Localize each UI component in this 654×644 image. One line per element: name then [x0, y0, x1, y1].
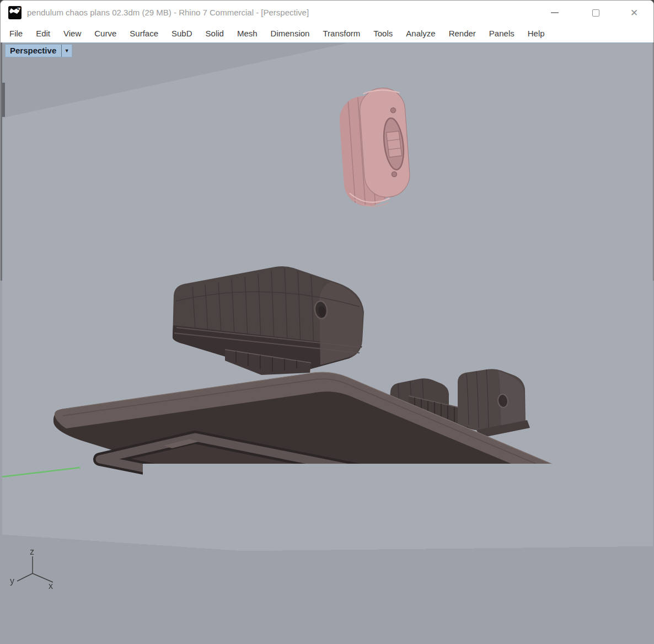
minimize-icon — [551, 12, 559, 13]
toggle-osnap[interactable]: Osnap — [451, 630, 481, 643]
app-icon-digit: 7 — [17, 7, 20, 13]
pivot-hole-top — [391, 108, 396, 113]
toggle-filter[interactable]: Filter — [609, 630, 634, 643]
coord-z-readout: z 0.000 — [143, 630, 195, 643]
cplane-button[interactable]: World — [1, 630, 37, 643]
menu-help[interactable]: Help — [521, 25, 551, 42]
layer-name: - ref — [263, 632, 278, 641]
menu-file[interactable]: File — [3, 25, 29, 42]
menu-transform[interactable]: Transform — [316, 25, 367, 42]
coord-y-readout: y -9.469 — [90, 630, 143, 643]
viewport-frame: z y x Perspective ▼ — [1, 42, 653, 613]
menu-edit[interactable]: Edit — [29, 25, 57, 42]
toggle-ortho[interactable]: Ortho — [394, 630, 422, 643]
menu-subd[interactable]: SubD — [165, 25, 199, 42]
toggle-record-history[interactable]: Record History — [560, 630, 609, 643]
title-bar: 7 pendulum chaos plans 02.3dm (29 MB) - … — [1, 1, 653, 25]
base-plate[interactable] — [53, 372, 616, 543]
minimize-button[interactable] — [545, 5, 564, 20]
gizmo-z-label: z — [30, 547, 34, 556]
pivot-recess-boss — [386, 131, 401, 157]
axis-gizmo — [17, 556, 53, 582]
units-readout[interactable]: 0.125 in — [195, 630, 246, 643]
perspective-viewport[interactable]: z y x Perspective ▼ — [2, 42, 653, 613]
status-bar-filler — [634, 630, 653, 643]
viewport-label-text: Perspective — [6, 45, 61, 57]
arch-block[interactable] — [173, 266, 364, 375]
toggle-planar[interactable]: Planar — [422, 630, 451, 643]
menu-analyze[interactable]: Analyze — [399, 25, 442, 42]
menu-solid[interactable]: Solid — [199, 25, 230, 42]
menu-tools[interactable]: Tools — [367, 25, 399, 42]
rhino-window: 7 pendulum chaos plans 02.3dm (29 MB) - … — [0, 0, 654, 644]
menu-dimension[interactable]: Dimension — [264, 25, 317, 42]
chevron-down-icon: ▼ — [65, 48, 69, 53]
pivot-hole-bottom — [392, 172, 397, 177]
layer-pane[interactable]: - ref — [246, 630, 352, 643]
window-title: pendulum chaos plans 02.3dm (29 MB) - Rh… — [27, 1, 309, 25]
add-viewport-tab-button[interactable]: ✛ — [185, 614, 196, 629]
toggle-smarttrack[interactable]: SmartTrack — [481, 630, 522, 643]
menu-render[interactable]: Render — [442, 25, 483, 42]
viewport-label[interactable]: Perspective ▼ — [5, 44, 72, 57]
viewport-menu-button[interactable]: ▼ — [61, 45, 72, 57]
menu-mesh[interactable]: Mesh — [230, 25, 264, 42]
menu-panels[interactable]: Panels — [483, 25, 521, 42]
tab-top[interactable]: Top — [68, 614, 101, 629]
rhino-app-icon: 7 — [8, 6, 22, 19]
maximize-button[interactable] — [586, 5, 605, 20]
gizmo-y-label: y — [10, 576, 14, 586]
toggle-grid-snap[interactable]: Grid Snap — [352, 630, 394, 643]
maximize-icon — [592, 9, 599, 17]
menu-view[interactable]: View — [57, 25, 88, 42]
status-bar: World x -11.184 y -9.469 z 0.000 0.125 i… — [1, 629, 653, 643]
viewport-tab-bar: Perspective Top Front Right ✛ — [1, 613, 653, 629]
menu-curve[interactable]: Curve — [88, 25, 123, 42]
close-button[interactable]: ✕ — [625, 5, 644, 20]
coord-x-readout: x -11.184 — [37, 630, 90, 643]
world-y-axis-line — [2, 468, 80, 477]
gizmo-x-label: x — [49, 581, 53, 591]
toggle-gumball[interactable]: Gumball — [522, 630, 560, 643]
gizmo-y-line — [17, 573, 33, 581]
model-layer: z y x — [2, 43, 653, 613]
plus-icon: ✛ — [187, 616, 194, 625]
menu-surface[interactable]: Surface — [123, 25, 165, 42]
layer-color-swatch — [251, 632, 260, 641]
tab-perspective[interactable]: Perspective — [4, 614, 68, 629]
tab-right[interactable]: Right — [141, 614, 180, 629]
pivot-block-selected[interactable] — [337, 87, 412, 208]
menu-bar: File Edit View Curve Surface SubD Solid … — [1, 25, 653, 42]
tab-front[interactable]: Front — [101, 614, 141, 629]
close-icon: ✕ — [630, 8, 638, 18]
